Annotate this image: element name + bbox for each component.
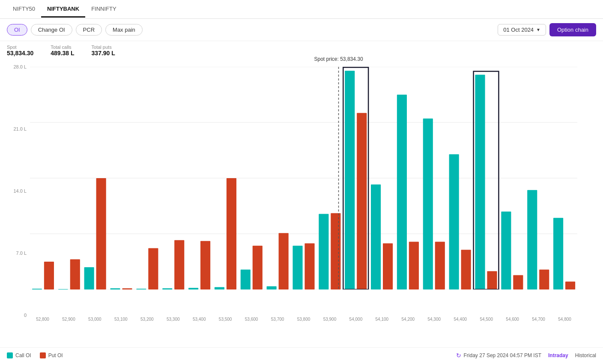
chevron-down-icon: ▼ bbox=[536, 27, 540, 32]
x-axis-label: 54,400 bbox=[448, 317, 473, 322]
x-axis-label: 53,200 bbox=[134, 317, 160, 322]
svg-rect-39 bbox=[475, 75, 485, 289]
svg-rect-19 bbox=[215, 287, 224, 289]
x-axis-label: 52,800 bbox=[30, 317, 55, 322]
nav-tab-finnifty[interactable]: FINNIFTY bbox=[85, 1, 122, 18]
svg-rect-9 bbox=[84, 267, 94, 289]
svg-rect-18 bbox=[200, 241, 210, 289]
x-axis-label: 53,000 bbox=[82, 317, 107, 322]
spot-price-label: Spot price: 53,834.30 bbox=[313, 56, 365, 63]
put-oi-label: Put OI bbox=[48, 352, 63, 358]
svg-rect-42 bbox=[513, 275, 523, 289]
svg-rect-26 bbox=[304, 243, 314, 289]
total-calls-stat: Total calls 489.38 L bbox=[51, 45, 74, 57]
total-calls-value: 489.38 L bbox=[51, 50, 74, 57]
toolbar-btn-pcr[interactable]: PCR bbox=[76, 24, 102, 36]
stats-row: Spot 53,834.30 Total calls 489.38 L Tota… bbox=[0, 41, 603, 58]
svg-rect-5 bbox=[32, 289, 42, 289]
total-puts-stat: Total puts 337.90 L bbox=[92, 45, 115, 57]
x-axis-label: 52,900 bbox=[56, 317, 81, 322]
total-puts-label: Total puts bbox=[92, 45, 115, 50]
svg-rect-29 bbox=[345, 71, 355, 289]
svg-rect-7 bbox=[58, 289, 68, 289]
toolbar-btn-max-pain[interactable]: Max pain bbox=[105, 24, 143, 36]
svg-rect-25 bbox=[293, 246, 302, 289]
x-axis-label: 54,800 bbox=[552, 317, 577, 322]
svg-rect-36 bbox=[435, 242, 445, 289]
x-axis-label: 54,500 bbox=[474, 317, 499, 322]
top-navigation: NIFTY50NIFTYBANKFINNIFTY bbox=[0, 0, 603, 19]
footer-timestamp: ↻ Friday 27 Sep 2024 04:57 PM IST bbox=[456, 352, 541, 359]
svg-rect-21 bbox=[241, 270, 251, 289]
svg-rect-43 bbox=[527, 190, 537, 289]
total-puts-value: 337.90 L bbox=[92, 50, 115, 57]
svg-rect-33 bbox=[397, 95, 407, 289]
svg-rect-17 bbox=[188, 288, 198, 289]
x-axis-label: 53,300 bbox=[161, 317, 186, 322]
x-axis-label: 53,700 bbox=[265, 317, 290, 322]
svg-rect-24 bbox=[279, 233, 289, 289]
y-axis-label: 7.0 L bbox=[16, 251, 30, 256]
historical-button[interactable]: Historical bbox=[575, 352, 596, 358]
x-axis-label: 54,300 bbox=[421, 317, 447, 322]
svg-rect-15 bbox=[162, 288, 172, 289]
svg-rect-46 bbox=[565, 281, 575, 289]
svg-rect-45 bbox=[553, 218, 563, 289]
nav-tab-niftybank[interactable]: NIFTYBANK bbox=[41, 1, 85, 18]
call-oi-color bbox=[7, 352, 13, 358]
x-axis-label: 54,600 bbox=[500, 317, 525, 322]
x-axis-label: 54,700 bbox=[526, 317, 551, 322]
svg-rect-11 bbox=[110, 288, 120, 289]
svg-rect-35 bbox=[423, 119, 433, 289]
spot-stat: Spot 53,834.30 bbox=[7, 45, 33, 57]
svg-rect-22 bbox=[253, 246, 263, 289]
svg-rect-31 bbox=[371, 185, 381, 289]
y-axis-label: 14.0 L bbox=[13, 188, 30, 194]
svg-rect-27 bbox=[319, 214, 328, 289]
svg-rect-14 bbox=[148, 248, 158, 289]
x-axis-label: 53,800 bbox=[291, 317, 316, 322]
total-calls-label: Total calls bbox=[51, 45, 74, 50]
svg-rect-38 bbox=[461, 250, 471, 289]
svg-rect-44 bbox=[539, 270, 549, 289]
refresh-icon[interactable]: ↻ bbox=[456, 352, 461, 359]
svg-rect-13 bbox=[136, 289, 146, 289]
svg-rect-23 bbox=[267, 286, 277, 289]
toolbar: OIChange OIPCRMax pain 01 Oct 2024 ▼ Opt… bbox=[0, 19, 603, 41]
footer-right: ↻ Friday 27 Sep 2024 04:57 PM IST Intrad… bbox=[456, 352, 596, 359]
x-axis-label: 53,900 bbox=[317, 317, 342, 322]
put-oi-color bbox=[40, 352, 46, 358]
svg-rect-37 bbox=[449, 154, 459, 289]
x-axis-label: 53,400 bbox=[187, 317, 212, 322]
chart-area: Spot price: 53,834.3028.0 L21.0 L14.0 L7… bbox=[0, 58, 603, 347]
y-axis-label: 21.0 L bbox=[13, 126, 30, 131]
svg-rect-32 bbox=[383, 243, 393, 289]
x-axis-label: 54,200 bbox=[395, 317, 421, 322]
spot-label: Spot bbox=[7, 45, 33, 50]
y-axis-label: 0 bbox=[24, 313, 30, 318]
intraday-button[interactable]: Intraday bbox=[548, 352, 568, 358]
x-axis-label: 53,600 bbox=[239, 317, 264, 322]
svg-rect-28 bbox=[331, 213, 340, 289]
legend-footer: Call OI Put OI ↻ Friday 27 Sep 2024 04:5… bbox=[0, 347, 603, 363]
svg-rect-10 bbox=[96, 178, 106, 289]
toolbar-btn-change-oi[interactable]: Change OI bbox=[31, 24, 72, 36]
svg-rect-30 bbox=[357, 113, 367, 289]
svg-rect-41 bbox=[501, 212, 511, 289]
chart-svg bbox=[30, 67, 577, 289]
svg-rect-6 bbox=[44, 262, 54, 289]
svg-rect-8 bbox=[70, 259, 80, 289]
put-oi-legend: Put OI bbox=[40, 352, 63, 358]
x-axis-label: 54,000 bbox=[343, 317, 368, 322]
date-label: 01 Oct 2024 bbox=[503, 27, 534, 33]
x-axis-label: 54,100 bbox=[369, 317, 394, 322]
spot-value: 53,834.30 bbox=[7, 50, 33, 57]
svg-rect-34 bbox=[409, 242, 419, 289]
nav-tab-nifty50[interactable]: NIFTY50 bbox=[7, 1, 41, 18]
svg-rect-16 bbox=[174, 240, 184, 289]
option-chain-button[interactable]: Option chain bbox=[549, 23, 596, 36]
toolbar-btn-oi[interactable]: OI bbox=[7, 24, 27, 36]
svg-rect-20 bbox=[227, 178, 236, 289]
date-selector[interactable]: 01 Oct 2024 ▼ bbox=[498, 24, 546, 36]
call-oi-legend: Call OI bbox=[7, 352, 31, 358]
